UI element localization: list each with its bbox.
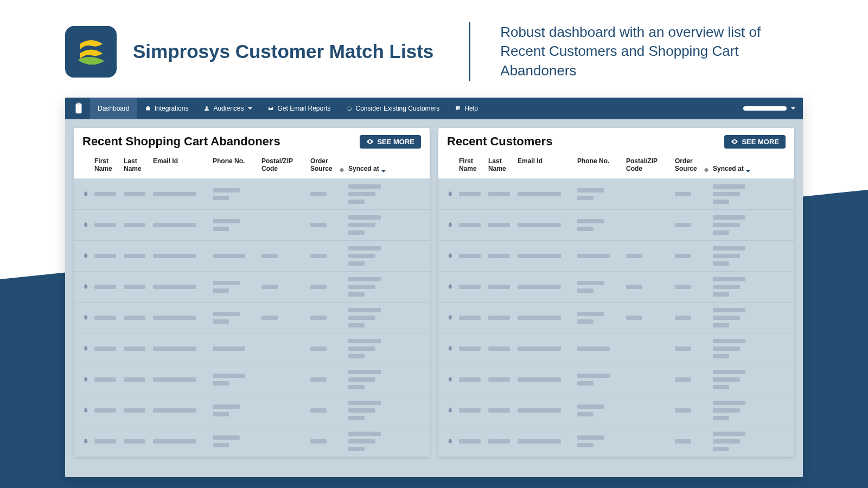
placeholder bbox=[518, 316, 561, 320]
row-bug-icon bbox=[82, 406, 94, 415]
placeholder bbox=[348, 308, 381, 312]
col-first-name[interactable]: First Name bbox=[94, 157, 124, 172]
placeholder bbox=[488, 377, 510, 382]
placeholder bbox=[713, 385, 729, 389]
placeholder bbox=[213, 381, 229, 386]
sort-desc-icon bbox=[746, 170, 750, 172]
placeholder bbox=[713, 254, 740, 258]
placeholder bbox=[348, 385, 365, 389]
row-bug-icon bbox=[447, 189, 459, 199]
col-synced-at[interactable]: Synced at bbox=[348, 157, 421, 172]
nav-account-menu[interactable] bbox=[743, 106, 795, 111]
col-zip[interactable]: Postal/ZIP Code bbox=[261, 157, 310, 172]
placeholder bbox=[310, 346, 327, 351]
row-bug-icon bbox=[82, 344, 94, 354]
placeholder bbox=[348, 408, 375, 413]
placeholder bbox=[713, 323, 729, 328]
col-phone[interactable]: Phone No. bbox=[577, 157, 626, 172]
see-more-customers-button[interactable]: SEE MORE bbox=[724, 135, 786, 149]
placeholder bbox=[213, 412, 229, 416]
placeholder bbox=[713, 377, 740, 382]
placeholder bbox=[94, 316, 116, 320]
placeholder bbox=[94, 254, 116, 258]
placeholder bbox=[713, 292, 729, 297]
placeholder bbox=[459, 285, 481, 289]
placeholder bbox=[348, 192, 375, 196]
placeholder bbox=[577, 381, 593, 386]
panel-abandoners-title: Recent Shopping Cart Abandoners bbox=[82, 134, 280, 149]
placeholder bbox=[713, 339, 745, 343]
placeholder bbox=[124, 223, 145, 227]
placeholder bbox=[713, 192, 740, 196]
placeholder bbox=[94, 285, 116, 289]
col-order-source[interactable]: Order Source bbox=[310, 157, 348, 172]
briefcase-icon bbox=[145, 105, 151, 112]
placeholder bbox=[518, 408, 561, 413]
row-bug-icon bbox=[447, 251, 459, 261]
nav-help[interactable]: Help bbox=[447, 98, 486, 119]
placeholder bbox=[459, 408, 481, 413]
placeholder bbox=[348, 339, 381, 343]
nav-dashboard-label: Dashboard bbox=[98, 105, 130, 112]
table-row bbox=[438, 272, 794, 303]
row-bug-icon bbox=[82, 375, 94, 384]
placeholder bbox=[713, 416, 729, 420]
col-first-name[interactable]: First Name bbox=[459, 157, 488, 172]
placeholder bbox=[675, 192, 691, 196]
placeholder bbox=[213, 281, 240, 285]
placeholder bbox=[675, 377, 691, 382]
panel-abandoners: Recent Shopping Cart Abandoners SEE MORE… bbox=[74, 128, 430, 457]
placeholder bbox=[348, 261, 365, 266]
placeholder bbox=[348, 277, 381, 281]
see-more-customers-label: SEE MORE bbox=[742, 138, 779, 146]
placeholder bbox=[488, 408, 510, 413]
placeholder bbox=[310, 408, 327, 413]
placeholder bbox=[348, 230, 365, 235]
see-more-abandoners-button[interactable]: SEE MORE bbox=[360, 135, 421, 149]
placeholder bbox=[675, 254, 691, 258]
table-row bbox=[74, 364, 430, 395]
dashboard-app: Dashboard Integrations Audiences Get Ema… bbox=[65, 98, 803, 477]
col-order-source[interactable]: Order Source bbox=[675, 157, 713, 172]
nav-audiences-label: Audiences bbox=[213, 105, 244, 112]
placeholder bbox=[577, 443, 593, 447]
placeholder bbox=[261, 316, 278, 320]
col-email[interactable]: Email Id bbox=[153, 157, 213, 172]
placeholder bbox=[459, 439, 481, 444]
placeholder bbox=[675, 223, 691, 227]
col-email[interactable]: Email Id bbox=[518, 157, 577, 172]
placeholder bbox=[675, 316, 691, 320]
nav-integrations[interactable]: Integrations bbox=[137, 98, 196, 119]
table-row bbox=[74, 303, 430, 333]
placeholder bbox=[713, 277, 745, 281]
placeholder bbox=[348, 323, 365, 328]
col-synced-at[interactable]: Synced at bbox=[713, 157, 786, 172]
placeholder bbox=[713, 285, 740, 289]
placeholder bbox=[348, 416, 365, 420]
placeholder bbox=[675, 439, 691, 444]
placeholder bbox=[94, 346, 116, 351]
placeholder bbox=[348, 254, 375, 258]
help-icon bbox=[455, 105, 461, 112]
placeholder bbox=[153, 223, 196, 227]
col-phone[interactable]: Phone No. bbox=[213, 157, 261, 172]
nav-dashboard[interactable]: Dashboard bbox=[90, 98, 137, 119]
placeholder bbox=[675, 408, 691, 413]
nav-consider-existing[interactable]: Consider Existing Customers bbox=[339, 98, 448, 119]
placeholder bbox=[310, 254, 327, 258]
placeholder bbox=[348, 370, 381, 374]
placeholder bbox=[310, 377, 327, 382]
placeholder bbox=[713, 215, 745, 220]
nav-audiences[interactable]: Audiences bbox=[196, 98, 260, 119]
nav-get-email-reports[interactable]: Get Email Reports bbox=[260, 98, 338, 119]
placeholder bbox=[124, 346, 145, 351]
placeholder bbox=[124, 254, 145, 258]
col-last-name[interactable]: Last Name bbox=[488, 157, 518, 172]
table-row bbox=[438, 179, 794, 210]
row-bug-icon bbox=[447, 375, 459, 384]
placeholder bbox=[348, 200, 365, 204]
col-zip[interactable]: Postal/ZIP Code bbox=[626, 157, 675, 172]
col-last-name[interactable]: Last Name bbox=[124, 157, 153, 172]
row-bug-icon bbox=[82, 313, 94, 323]
placeholder bbox=[459, 346, 481, 351]
